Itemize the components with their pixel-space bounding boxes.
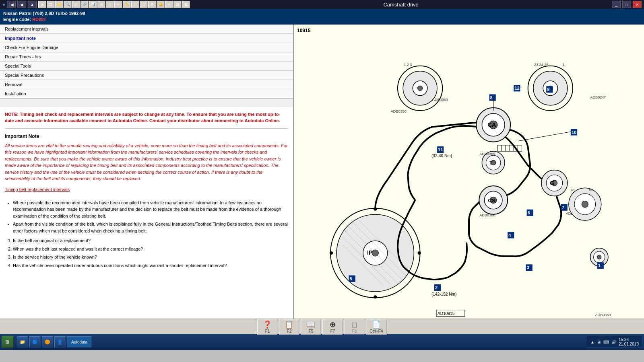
taskbar-sys-tray: ▲ 🖥 ⌨ 🔊 15:36 21.01.2019 <box>587 336 642 348</box>
f1-button[interactable]: ❓ F1 <box>257 319 277 335</box>
nav-item-replacement[interactable]: Replacement intervals <box>0 25 293 34</box>
tb-icon-2[interactable]: 🗒 <box>47 1 55 8</box>
taskbar: ⊞ 📁 🔵 🟠 👤 Autodata ▲ 🖥 ⌨ 🔊 15:36 21.01.2… <box>0 334 644 350</box>
numbered-list: Is the belt an original or a replacement… <box>13 237 288 269</box>
taskbar-app-user[interactable]: 👤 <box>54 336 66 348</box>
nav-item-installation[interactable]: Installation <box>0 89 293 99</box>
svg-text:10: 10 <box>572 130 576 134</box>
nav-item-important[interactable]: Important note <box>0 34 293 43</box>
taskbar-app-chrome[interactable]: 🔵 <box>29 336 41 348</box>
tb-icon-18[interactable]: ▦ <box>182 1 190 8</box>
f1-label: F1 <box>265 329 270 333</box>
svg-text:ADB0363: ADB0363 <box>595 313 611 317</box>
ctrlf4-button[interactable]: 📄 Ctrl+F4 <box>366 319 386 335</box>
tb-icon-16[interactable]: A <box>165 1 173 8</box>
svg-text:ADB0247: ADB0247 <box>590 95 606 99</box>
svg-text:ADB0350: ADB0350 <box>391 109 407 113</box>
taskbar-apps: 📁 🔵 🟠 👤 Autodata <box>17 336 585 348</box>
num-item-4: Has the vehicle been operated under ardu… <box>13 262 288 269</box>
ctrlf4-icon: 📄 <box>372 320 381 329</box>
svg-text:1: 1 <box>598 263 601 268</box>
svg-text:12: 12 <box>514 86 519 90</box>
tb-icon-3[interactable]: ⭐ <box>55 1 63 8</box>
spacer <box>0 99 293 107</box>
nav-first[interactable]: |◀ <box>7 1 16 8</box>
f7-button[interactable]: ⊕ F7 <box>322 319 343 335</box>
svg-text:3: 3 <box>527 265 529 270</box>
f5-label: F5 <box>309 329 314 333</box>
title-bar: ● |◀ ◀ ▲ ■ 🗒 ⭐ 🔍 ◎ 🔗 📊 🖨 | ✏ 📏 □ □ ⚙ 🔔 A… <box>0 0 644 9</box>
svg-text:6: 6 <box>528 210 530 215</box>
svg-text:ADB0369: ADB0369 <box>479 152 495 156</box>
svg-text:50: 50 <box>589 188 592 192</box>
minimize-button[interactable]: _ <box>612 1 621 8</box>
nav-menu: Replacement intervals Important note Che… <box>0 25 293 99</box>
taskbar-app-vlc[interactable]: 🟠 <box>42 336 53 348</box>
ctrlf4-label: Ctrl+F4 <box>369 329 383 333</box>
nav-item-removal[interactable]: Removal <box>0 80 293 89</box>
nav-item-special-tools[interactable]: Special Tools <box>0 62 293 71</box>
nav-item-special-precautions[interactable]: Special Precautions <box>0 71 293 80</box>
svg-point-92 <box>582 201 588 207</box>
svg-text:11: 11 <box>438 147 443 152</box>
f8-icon: ◻ <box>351 320 357 329</box>
svg-text:1  2  3: 1 2 3 <box>404 62 412 66</box>
tb-icon-11[interactable]: 📏 <box>123 1 131 8</box>
timing-diagram: IP 5 1 2 3 <box>294 25 644 319</box>
svg-point-13 <box>418 251 421 255</box>
sys-date: 21.01.2019 <box>619 342 639 346</box>
tb-icon-9[interactable]: | <box>106 1 114 8</box>
sys-speaker-icon: 🔊 <box>611 340 616 344</box>
svg-text:1: 1 <box>563 62 565 66</box>
svg-point-47 <box>597 255 601 259</box>
svg-text:ADB0369: ADB0369 <box>432 97 448 101</box>
f2-button[interactable]: 📋 F2 <box>279 319 299 335</box>
tb-icon-1[interactable]: ■ <box>38 1 46 8</box>
timing-belt-link[interactable]: Timing belt replacement intervals <box>5 187 70 192</box>
f5-icon: 📖 <box>306 320 315 329</box>
tb-icon-17[interactable]: ▤ <box>173 1 182 8</box>
nav-item-engine-damage[interactable]: Check For Engine Damage <box>0 43 293 52</box>
tb-icon-15[interactable]: 🔔 <box>157 1 165 8</box>
warning-note: NOTE: Timing belt check and replacement … <box>5 111 288 124</box>
window-title: Camshaft drive <box>383 2 418 8</box>
tb-icon-10[interactable]: ✏ <box>114 1 122 8</box>
tb-icon-7[interactable]: 📊 <box>89 1 97 8</box>
tb-icon-4[interactable]: 🔍 <box>64 1 72 8</box>
engine-code: RD28T <box>32 17 46 22</box>
title-bar-right: _ □ ✕ <box>612 1 642 8</box>
svg-point-11 <box>374 295 377 298</box>
nav-triangle[interactable]: ▲ <box>28 1 37 8</box>
engine-code-line: Engine code: RD28T <box>3 16 641 23</box>
ca-pulley: CA <box>476 108 510 142</box>
f7-label: F7 <box>330 329 335 333</box>
tb-icon-13[interactable]: □ <box>140 1 148 8</box>
svg-text:G: G <box>550 180 554 186</box>
taskbar-app-explorer[interactable]: 📁 <box>17 336 28 348</box>
tb-icon-8[interactable]: 🖨 <box>97 1 105 8</box>
tb-icon-6[interactable]: 🔗 <box>80 1 89 8</box>
close-button[interactable]: ✕ <box>633 1 642 8</box>
svg-text:2: 2 <box>435 285 438 290</box>
nav-item-repair-times[interactable]: Repair Times - hrs <box>0 52 293 62</box>
num-item-1: Is the belt an original or a replacement… <box>13 237 288 244</box>
restore-button[interactable]: □ <box>622 1 631 8</box>
nav-prev[interactable]: ◀ <box>17 1 26 8</box>
bullet-item-2: Apart from the visible condition of the … <box>13 221 288 234</box>
f5-button[interactable]: 📖 F5 <box>301 319 321 335</box>
right-medium-pulley: 40 50 <box>569 188 601 220</box>
f1-icon: ❓ <box>263 320 272 329</box>
tb-icon-5[interactable]: ◎ <box>72 1 80 8</box>
engine-label: Engine code: <box>3 17 32 22</box>
crankshaft-pulley: IP <box>330 207 421 298</box>
taskbar-app-autodata[interactable]: Autodata <box>67 336 92 348</box>
tb-icon-12[interactable]: □ <box>131 1 139 8</box>
title-bar-left: ● |◀ ◀ ▲ ■ 🗒 ⭐ 🔍 ◎ 🔗 📊 🖨 | ✏ 📏 □ □ ⚙ 🔔 A… <box>2 1 190 8</box>
f8-button: ◻ F8 <box>344 319 364 335</box>
tb-icon-14[interactable]: ⚙ <box>148 1 156 8</box>
windows-logo: ⊞ <box>5 339 9 345</box>
left-panel: Replacement intervals Important note Che… <box>0 25 294 319</box>
start-button[interactable]: ⊞ <box>2 336 14 348</box>
toolbar-icons: ■ 🗒 ⭐ 🔍 ◎ 🔗 📊 🖨 | ✏ 📏 □ □ ⚙ 🔔 A ▤ ▦ <box>38 1 190 8</box>
svg-text:23 24 25: 23 24 25 <box>534 62 548 66</box>
